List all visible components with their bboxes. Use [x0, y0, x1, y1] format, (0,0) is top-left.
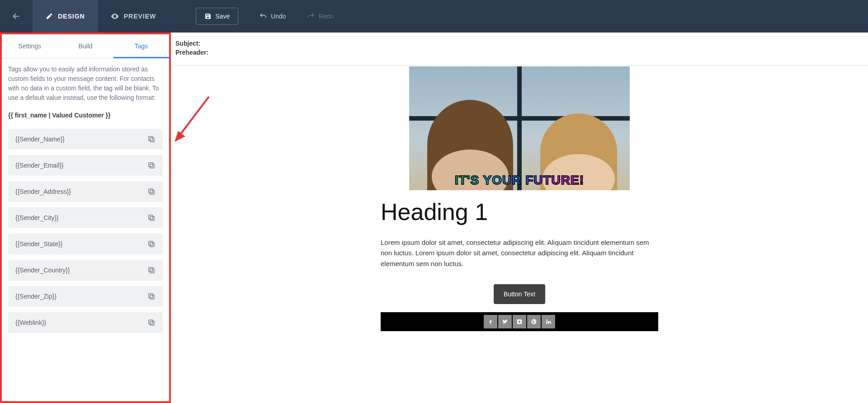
svg-rect-5 — [149, 189, 153, 193]
design-tab[interactable]: DESIGN — [33, 0, 98, 33]
body-text[interactable]: Lorem ipsum dolor sit amet, consectetur … — [381, 237, 658, 269]
undo-button[interactable]: Undo — [259, 12, 286, 20]
tag-item-label: {{Sender_State}} — [15, 240, 62, 248]
tag-item-label: {{Sender_Zip}} — [15, 293, 57, 300]
subject-label: Subject: — [175, 40, 868, 47]
copy-icon[interactable] — [147, 266, 156, 274]
pinterest-icon[interactable] — [527, 315, 541, 328]
preview-tab[interactable]: PREVIEW — [98, 0, 169, 33]
hero-caption: IT'S YOUR FUTURE! — [455, 173, 584, 187]
heading-1[interactable]: Heading 1 — [381, 198, 658, 225]
tag-item-label: {{Sender_Email}} — [15, 162, 64, 169]
tag-item[interactable]: {{Sender_Address}} — [8, 181, 163, 202]
svg-rect-2 — [150, 164, 154, 168]
tag-item-label: {{Sender_Name}} — [15, 136, 65, 143]
svg-rect-3 — [149, 163, 153, 167]
svg-rect-1 — [149, 136, 153, 141]
svg-rect-6 — [150, 216, 154, 220]
tag-item[interactable]: {{Sender_City}} — [8, 207, 163, 228]
redo-icon — [307, 12, 315, 20]
cta-button[interactable]: Button Text — [494, 284, 545, 304]
design-tab-label: DESIGN — [58, 13, 85, 20]
copy-icon[interactable] — [147, 187, 156, 196]
back-button[interactable] — [0, 0, 33, 33]
svg-rect-4 — [150, 190, 154, 194]
tag-item[interactable]: {{Sender_State}} — [8, 234, 163, 254]
cta-wrap: Button Text — [381, 284, 658, 304]
tag-item-label: {{Sender_Address}} — [15, 188, 71, 195]
email-meta: Subject: Preheader: — [171, 33, 868, 65]
facebook-icon[interactable] — [484, 315, 497, 328]
topbar: DESIGN PREVIEW Save Undo Redo — [0, 0, 868, 33]
tag-item-label: {{Sender_City}} — [15, 214, 59, 221]
tag-item[interactable]: {{Weblink}} — [8, 312, 163, 333]
instagram-icon[interactable] — [513, 315, 526, 328]
svg-rect-15 — [149, 320, 153, 324]
arrow-left-icon — [11, 11, 21, 21]
preview-tab-label: PREVIEW — [124, 13, 156, 20]
hero-image[interactable]: IT'S YOUR FUTURE! — [409, 66, 630, 190]
svg-rect-13 — [149, 294, 153, 298]
copy-icon[interactable] — [147, 161, 156, 169]
svg-rect-14 — [150, 321, 154, 325]
tab-tags[interactable]: Tags — [113, 34, 169, 58]
email-body: IT'S YOUR FUTURE! Heading 1 Lorem ipsum … — [381, 66, 658, 331]
tab-settings[interactable]: Settings — [2, 34, 57, 58]
undo-icon — [259, 12, 267, 20]
tag-item-label: {{Sender_Country}} — [15, 267, 70, 274]
main: Settings Build Tags Tags allow you to ea… — [0, 33, 868, 403]
copy-icon[interactable] — [147, 292, 156, 300]
tag-item-label: {{Weblink}} — [15, 319, 46, 326]
tag-item[interactable]: {{Sender_Zip}} — [8, 286, 163, 307]
twitter-icon[interactable] — [498, 315, 512, 328]
svg-rect-12 — [150, 295, 154, 299]
linkedin-icon[interactable] — [542, 315, 555, 328]
copy-icon[interactable] — [147, 319, 156, 327]
tag-item[interactable]: {{Sender_Country}} — [8, 260, 163, 281]
divider — [171, 65, 868, 66]
svg-rect-10 — [150, 269, 154, 273]
tag-item[interactable]: {{Sender_Name}} — [8, 129, 163, 150]
eye-icon — [110, 12, 119, 21]
redo-label: Redo — [319, 13, 334, 20]
save-button[interactable]: Save — [196, 8, 238, 25]
tag-list: {{Sender_Name}}{{Sender_Email}}{{Sender_… — [8, 129, 163, 333]
social-bar — [381, 312, 658, 331]
svg-rect-8 — [150, 243, 154, 247]
svg-rect-11 — [149, 267, 153, 272]
save-icon — [204, 13, 212, 20]
redo-button: Redo — [307, 12, 334, 20]
tag-item[interactable]: {{Sender_Email}} — [8, 155, 163, 176]
svg-rect-0 — [150, 138, 154, 142]
copy-icon[interactable] — [147, 135, 156, 143]
brush-icon — [45, 12, 53, 20]
sidebar-scroll[interactable]: Tags allow you to easily add information… — [2, 58, 169, 401]
tags-example: {{ first_name | Valued Customer }} — [8, 112, 163, 119]
sidebar: Settings Build Tags Tags allow you to ea… — [0, 33, 171, 403]
save-button-label: Save — [215, 13, 230, 20]
copy-icon[interactable] — [147, 214, 156, 222]
undo-label: Undo — [271, 13, 286, 20]
copy-icon[interactable] — [147, 240, 156, 248]
canvas[interactable]: Subject: Preheader: IT'S YOUR FUTURE! He… — [171, 33, 868, 403]
svg-rect-9 — [149, 241, 153, 245]
svg-rect-7 — [149, 215, 153, 219]
preheader-label: Preheader: — [175, 49, 868, 56]
tab-build[interactable]: Build — [57, 34, 113, 58]
sidebar-tabs: Settings Build Tags — [2, 34, 169, 58]
tags-description: Tags allow you to easily add information… — [8, 65, 163, 103]
